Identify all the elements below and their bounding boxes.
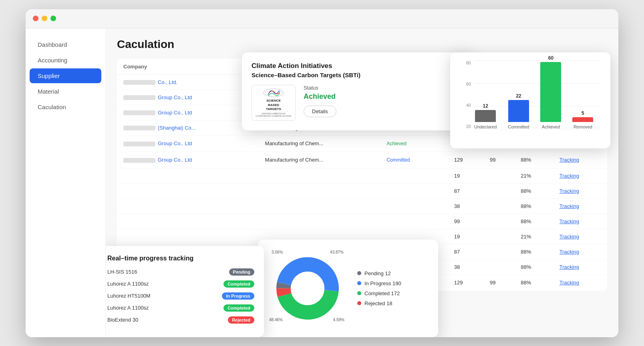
cell-company: Co., Ltd. <box>117 74 259 90</box>
cell-tracking: Tracking <box>553 214 607 229</box>
cell-company: (Shanghai) Co... <box>117 120 259 135</box>
cell-col4: 19 <box>448 229 483 244</box>
cell-tracking: Tracking <box>553 244 607 259</box>
cell-col4: 38 <box>448 259 483 274</box>
cell-col4: 38 <box>448 198 483 214</box>
sbti-subtitle: Science–Based Carbon Targets (SBTi) <box>252 72 465 78</box>
cell-col5 <box>483 168 514 183</box>
close-button[interactable] <box>33 16 38 21</box>
donut-container: 43.87% 3.06% 48.46% 4.59% Pending 12 <box>268 248 429 328</box>
sidebar-item-accounting[interactable]: Accounting <box>30 53 101 68</box>
table-row: 8788%Tracking <box>117 183 607 198</box>
table-row: 3888%Tracking <box>117 198 607 214</box>
cell-col5 <box>483 214 514 229</box>
cell-col4: 19 <box>448 168 483 183</box>
tracking-link[interactable]: Tracking <box>559 264 579 270</box>
cell-company <box>117 198 259 214</box>
y-label-40: 40 <box>466 103 471 108</box>
cell-col5 <box>483 244 514 259</box>
company-link[interactable]: Group Co., Ltd <box>158 157 192 163</box>
bar-chart-card: 80 60 40 20 <box>450 52 610 148</box>
maximize-button[interactable] <box>50 16 56 21</box>
cell-sbti: Achieved <box>377 135 447 152</box>
tracking-link[interactable]: Tracking <box>559 218 579 224</box>
cell-company: Group Co., Ltd <box>117 105 259 120</box>
cell-col6: 21% <box>514 229 553 244</box>
sbti-logo-circle <box>263 88 284 98</box>
sidebar-item-dashboard[interactable]: Dashboard <box>30 37 101 52</box>
progress-item: Luhorez HT5100MIn Progress <box>107 292 254 300</box>
cell-col5: 99 <box>483 152 514 168</box>
legend-rejected: Rejected 18 <box>357 300 401 306</box>
sidebar: Dashboard Accounting Supplier Material C… <box>26 28 106 337</box>
svg-point-5 <box>291 272 324 305</box>
cell-col6: 88% <box>514 152 553 168</box>
progress-status-badge: Pending <box>229 268 254 276</box>
browser-body: Dashboard Accounting Supplier Material C… <box>26 28 618 337</box>
main-content: Caculation Company Industry SBTi <box>106 28 618 337</box>
cell-col6: 88% <box>514 183 553 198</box>
progress-item-name: BioExtend 30 <box>107 317 228 323</box>
sidebar-item-material[interactable]: Material <box>30 84 101 99</box>
table-row: 1921%Tracking <box>117 168 607 183</box>
tracking-link[interactable]: Tracking <box>559 249 579 255</box>
cell-company <box>117 183 259 198</box>
cell-col5 <box>483 259 514 274</box>
tracking-link[interactable]: Tracking <box>559 188 579 194</box>
legend-dot-rejected <box>357 301 361 305</box>
progress-item: LH-SIS 1516Pending <box>107 268 254 276</box>
y-label-60: 60 <box>466 82 471 86</box>
legend-dot-pending <box>357 271 361 275</box>
sbti-logo-text: SCIENCEBASEDTARGETS <box>266 99 281 111</box>
tracking-link[interactable]: Tracking <box>559 203 579 209</box>
cell-industry <box>259 183 377 198</box>
bar-undeclared: 12 Undeclared <box>474 103 497 129</box>
cell-tracking: Tracking <box>553 152 607 168</box>
cell-col4: 129 <box>448 274 483 291</box>
cell-industry <box>259 214 377 229</box>
legend-dot-inprogress <box>357 281 361 285</box>
cell-col6: 88% <box>514 198 553 214</box>
progress-status-badge: Rejected <box>228 316 254 324</box>
browser-titlebar <box>26 9 618 28</box>
cell-sbti <box>377 214 447 229</box>
legend-pending: Pending 12 <box>357 270 401 276</box>
table-row: Group Co., LtdManufacturing of Chem...Co… <box>117 152 607 168</box>
cell-company <box>117 229 259 244</box>
donut-svg <box>268 248 348 328</box>
progress-status-badge: Completed <box>223 304 254 312</box>
company-link[interactable]: Co., Ltd. <box>158 79 177 85</box>
tracking-link[interactable]: Tracking <box>559 157 579 163</box>
tracking-link[interactable]: Tracking <box>559 173 579 179</box>
cell-sbti <box>377 183 447 198</box>
cell-sbti <box>377 168 447 183</box>
minimize-button[interactable] <box>42 16 47 21</box>
cell-col6: 21% <box>514 168 553 183</box>
company-link[interactable]: (Shanghai) Co... <box>158 125 196 131</box>
progress-items: LH-SIS 1516PendingLuhorez A 1100szComple… <box>107 268 254 324</box>
sidebar-item-caculation[interactable]: Caculation <box>30 100 101 114</box>
sbti-logo-svg <box>265 88 282 98</box>
company-link[interactable]: Group Co., Ltd <box>158 110 192 116</box>
cell-sbti: Committed <box>377 152 447 168</box>
sbti-right: Status Achieved Details <box>304 85 465 117</box>
cell-company <box>117 168 259 183</box>
cell-col6: 88% <box>514 259 553 274</box>
tracking-link[interactable]: Tracking <box>559 280 579 286</box>
progress-item-name: Luhorez HT5100M <box>107 293 222 299</box>
sbti-popup[interactable]: Climate Action Initiatives Science–Based… <box>242 52 474 130</box>
browser-window: Dashboard Accounting Supplier Material C… <box>26 9 618 337</box>
cell-col4: 99 <box>448 214 483 229</box>
sbti-details-button[interactable]: Details <box>304 106 336 117</box>
company-link[interactable]: Group Co., Ltd <box>158 94 192 100</box>
legend-dot-completed <box>357 291 361 295</box>
tracking-link[interactable]: Tracking <box>559 234 579 240</box>
progress-item-name: Luhorez A 1100sz <box>107 305 223 311</box>
progress-item-name: Luhorez A 1100sz <box>107 281 223 287</box>
cell-sbti <box>377 198 447 214</box>
cell-col5: 99 <box>483 274 514 291</box>
sidebar-item-supplier[interactable]: Supplier <box>30 68 101 83</box>
company-link[interactable]: Group Co., Ltd <box>158 140 192 146</box>
cell-col6: 88% <box>514 214 553 229</box>
sbti-logo: SCIENCEBASEDTARGETS DRIVING AMBITIOUS CO… <box>252 85 296 121</box>
